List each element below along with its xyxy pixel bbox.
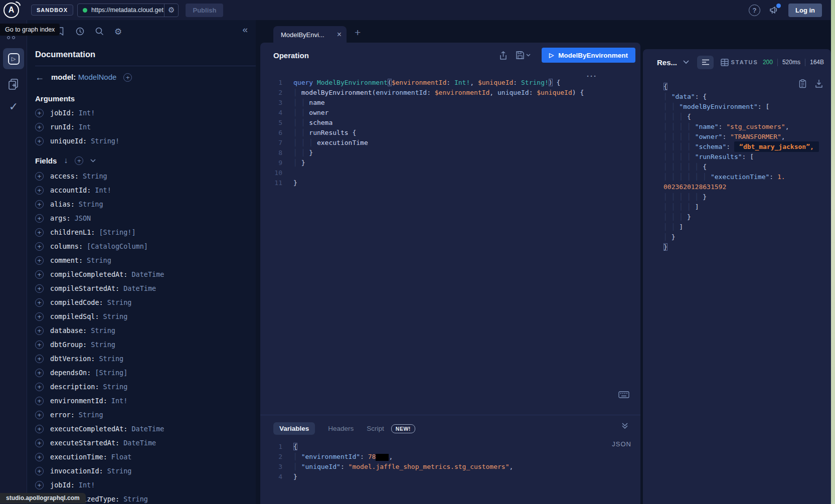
doc-field-row[interactable]: +comment:String [27,253,256,267]
close-tab-icon[interactable]: × [337,30,342,39]
doc-field-row[interactable]: +args:JSON [27,211,256,225]
doc-field-row[interactable]: +alias:String [27,197,256,211]
query-editor[interactable]: 1query ModelByEnvironment($environmentId… [260,68,640,188]
doc-field-row[interactable]: +childrenL1:[String!] [27,225,256,239]
doc-field-row[interactable]: +compiledCode:String [27,295,256,309]
add-to-query-icon[interactable]: + [35,383,44,391]
endpoint-settings-button[interactable]: ⚙ [164,4,178,17]
add-to-query-icon[interactable]: + [35,270,44,279]
doc-field-row[interactable]: +dependsOn:[String] [27,366,256,380]
doc-field-row[interactable]: +dbtGroup:String [27,338,256,352]
operation-tab[interactable]: ModelByEnvi... × [273,26,347,43]
doc-field-row[interactable]: +database:String [27,323,256,338]
add-to-query-icon[interactable]: + [35,355,44,363]
settings-gear-icon[interactable]: ⚙ [114,27,122,37]
add-to-query-icon[interactable]: + [35,172,44,181]
add-to-query-icon[interactable]: + [35,411,44,419]
doc-field-row[interactable]: +compiledSql:String [27,309,256,323]
sidebar-item-explorer[interactable]: ▷ [3,48,24,69]
doc-field-row[interactable]: +columns:[CatalogColumn] [27,239,256,253]
collapse-panel-icon[interactable]: « [242,24,248,35]
add-to-query-icon[interactable]: + [35,109,44,117]
doc-field-row[interactable]: +invocationId:String [27,464,256,478]
response-chevron-icon[interactable] [683,60,689,64]
tab-variables[interactable]: Variables [273,422,315,435]
add-to-query-icon[interactable]: + [35,256,44,265]
line-number: 2 [260,88,282,98]
add-to-query-icon[interactable]: + [35,123,44,131]
code-line: │ │ ] [663,222,831,232]
response-json[interactable]: {│ "data": {│ │ "modelByEnvironment": [│… [663,82,831,252]
doc-field-row[interactable]: +dbtVersion:String [27,352,256,366]
doc-field-row[interactable]: +compileStartedAt:DateTime [27,281,256,295]
endpoint-url-box[interactable]: https://metadata.cloud.get ⚙ [77,4,179,17]
doc-field-row[interactable]: +accountId:Int! [27,183,256,197]
tab-script[interactable]: Script [367,425,384,432]
doc-field-row[interactable]: +error:String [27,408,256,422]
search-icon[interactable] [95,27,104,36]
chevron-down-icon[interactable] [90,159,96,162]
doc-field-row[interactable]: +access:String [27,169,256,183]
field-name: environmentId: [50,397,107,405]
doc-argument-row[interactable]: +uniqueId:String! [27,134,256,148]
copy-response-icon[interactable] [799,79,806,88]
share-button[interactable] [499,51,508,60]
new-tab-button[interactable]: + [355,27,361,39]
add-to-query-icon[interactable]: + [35,242,44,251]
help-button[interactable]: ? [749,5,760,16]
endpoint-url-input[interactable]: https://metadata.cloud.get [91,7,164,14]
field-type: String! [91,137,119,145]
doc-argument-row[interactable]: +jobId:Int! [27,106,256,120]
add-to-query-icon[interactable]: + [35,453,44,461]
add-to-query-icon[interactable]: + [35,214,44,223]
doc-field-row[interactable]: +executeStartedAt:DateTime [27,436,256,450]
table-view-toggle[interactable] [721,59,729,66]
add-all-fields-icon[interactable]: + [75,156,83,165]
history-icon[interactable] [75,27,85,36]
doc-argument-row[interactable]: +runId:Int [27,120,256,134]
doc-field-row[interactable]: +jobId:Int! [27,478,256,492]
add-to-query-icon[interactable]: + [35,369,44,377]
add-to-query-icon[interactable]: + [35,200,44,209]
add-to-query-icon[interactable]: + [35,228,44,237]
back-arrow-icon[interactable]: ← [35,72,44,83]
response-body: {│ "data": {│ │ "modelByEnvironment": [│… [643,71,831,252]
graph-index-icon[interactable] [7,36,15,39]
apollo-sandbox-screen: A SANDBOX https://metadata.cloud.get ⚙ P… [0,0,835,504]
list-view-toggle[interactable] [697,56,714,69]
tab-headers[interactable]: Headers [328,425,354,432]
keyboard-shortcuts-icon[interactable] [618,391,629,398]
collapse-variables-icon[interactable] [621,422,628,429]
download-response-icon[interactable] [815,79,823,88]
publish-button[interactable]: Publish [186,4,223,17]
add-type-icon[interactable]: + [123,73,132,82]
add-to-query-icon[interactable]: + [35,137,44,145]
sidebar-item-checks[interactable]: ✓ [0,100,27,113]
add-to-query-icon[interactable]: + [35,481,44,489]
add-to-query-icon[interactable]: + [35,397,44,405]
doc-field-row[interactable]: +executeCompletedAt:DateTime [27,422,256,436]
sandbox-badge[interactable]: SANDBOX [31,5,73,16]
apollo-logo-icon[interactable]: A [4,3,19,18]
login-button[interactable]: Log in [788,4,822,17]
add-to-query-icon[interactable]: + [35,439,44,447]
sort-icon[interactable]: ↓ [64,156,68,165]
save-button[interactable] [516,51,531,60]
variables-editor[interactable]: 1{2│ "environmentId": 78,3│ "uniqueId": … [260,435,640,482]
sidebar-item-collections[interactable] [0,78,27,91]
add-to-query-icon[interactable]: + [35,186,44,195]
add-to-query-icon[interactable]: + [35,284,44,293]
doc-field-row[interactable]: +environmentId:Int! [27,394,256,408]
add-to-query-icon[interactable]: + [35,298,44,307]
doc-field-row[interactable]: +description:String [27,380,256,394]
run-operation-button[interactable]: ▷ ModelByEnvironment [542,48,635,63]
save-chevron-icon[interactable] [526,54,531,57]
announcements-button[interactable] [769,6,779,15]
doc-field-row[interactable]: +compileCompletedAt:DateTime [27,267,256,281]
add-to-query-icon[interactable]: + [35,425,44,433]
add-to-query-icon[interactable]: + [35,312,44,321]
add-to-query-icon[interactable]: + [35,326,44,335]
add-to-query-icon[interactable]: + [35,467,44,475]
doc-field-row[interactable]: +executionTime:Float [27,450,256,464]
add-to-query-icon[interactable]: + [35,341,44,349]
